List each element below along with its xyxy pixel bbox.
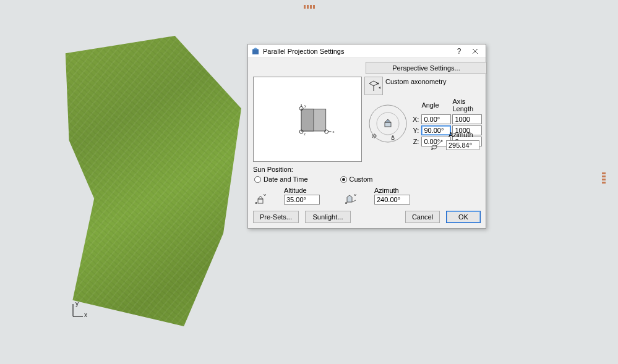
x-length-input[interactable] [452, 114, 482, 124]
sunlight-label: Sunlight... [313, 213, 343, 221]
radio-custom[interactable]: Custom [340, 176, 373, 183]
axonometry-type-button[interactable] [364, 77, 383, 95]
radio-datetime-label: Date and Time [264, 176, 308, 183]
svg-rect-7 [301, 109, 314, 131]
svg-text:α: α [431, 147, 434, 151]
svg-line-29 [372, 134, 373, 135]
sun-azimuth-label: Azimuth [374, 187, 410, 194]
page-handle-bottom [303, 360, 322, 364]
sun-position-label: Sun Position: [253, 166, 481, 173]
altitude-input[interactable] [284, 195, 320, 205]
svg-line-30 [376, 137, 376, 138]
sun-azimuth-input[interactable] [374, 195, 410, 205]
svg-marker-23 [385, 119, 391, 122]
axis-length-header: Axis Length [452, 98, 482, 113]
camera-icon: α [430, 140, 444, 151]
svg-text:z: z [304, 132, 306, 136]
camera-azimuth-input[interactable] [446, 140, 479, 150]
svg-point-37 [441, 140, 443, 142]
x-label: X: [413, 114, 420, 124]
close-button[interactable] [467, 46, 483, 57]
help-button[interactable]: ? [451, 46, 467, 57]
axonometry-title: Custom axonometry [385, 77, 446, 85]
page-handle-right [607, 172, 611, 190]
svg-line-31 [372, 137, 373, 138]
sunlight-button[interactable]: Sunlight... [305, 211, 351, 223]
sun-azimuth-icon: α [345, 193, 358, 205]
terrain-mesh[interactable] [62, 36, 241, 326]
axonometry-icon [367, 79, 380, 93]
svg-line-43 [264, 194, 265, 195]
svg-rect-22 [385, 122, 391, 127]
svg-line-32 [376, 134, 376, 135]
page-handle-top [303, 0, 322, 4]
radio-custom-label: Custom [350, 176, 373, 183]
z-label: Z: [413, 137, 420, 146]
svg-marker-3 [252, 48, 259, 49]
svg-rect-2 [252, 49, 259, 54]
svg-marker-19 [379, 87, 380, 89]
axis-indicator: y x [66, 303, 83, 319]
x-angle-input[interactable] [421, 114, 451, 124]
svg-marker-40 [258, 196, 263, 199]
ok-button[interactable]: OK [446, 211, 481, 223]
presets-label: Pre-Sets... [260, 213, 292, 221]
svg-text:α: α [255, 201, 257, 205]
svg-marker-16 [369, 81, 378, 86]
perspective-settings-label: Perspective Settings... [392, 64, 460, 72]
altitude-icon: α [254, 193, 268, 205]
dialog-title: Parallel Projection Settings [263, 48, 451, 55]
svg-text:α: α [345, 201, 348, 205]
axis-x-label: x [84, 311, 87, 318]
radio-dot-icon [254, 176, 261, 183]
svg-marker-45 [347, 195, 352, 202]
ok-label: OK [458, 213, 468, 221]
svg-text:x: x [333, 130, 335, 133]
angle-header: Angle [421, 98, 451, 113]
axis-y-label: y [75, 300, 79, 307]
radio-datetime[interactable]: Date and Time [254, 176, 308, 183]
dialog-titlebar[interactable]: Parallel Projection Settings ? [248, 44, 486, 58]
azimuth-dial[interactable] [366, 101, 410, 146]
cancel-button[interactable]: Cancel [405, 211, 440, 223]
y-label: Y: [413, 125, 420, 135]
projection-preview[interactable]: y x z [253, 77, 362, 162]
altitude-label: Altitude [284, 187, 320, 194]
svg-text:y: y [304, 104, 306, 108]
app-icon [252, 48, 259, 55]
svg-line-36 [436, 142, 441, 146]
camera-azimuth-label: Azimuth [448, 131, 473, 138]
y-angle-input[interactable] [421, 125, 451, 135]
radio-dot-icon [340, 176, 347, 183]
svg-point-11 [325, 130, 328, 133]
presets-button[interactable]: Pre-Sets... [253, 211, 299, 223]
svg-point-34 [392, 136, 393, 137]
perspective-settings-button[interactable]: Perspective Settings... [366, 62, 487, 74]
cancel-label: Cancel [412, 213, 433, 221]
svg-line-49 [354, 194, 355, 195]
svg-point-18 [377, 83, 379, 85]
parallel-projection-dialog: Parallel Projection Settings ? Perspecti… [247, 44, 486, 229]
close-icon [472, 48, 478, 54]
svg-line-46 [352, 200, 356, 202]
svg-rect-39 [258, 199, 263, 203]
